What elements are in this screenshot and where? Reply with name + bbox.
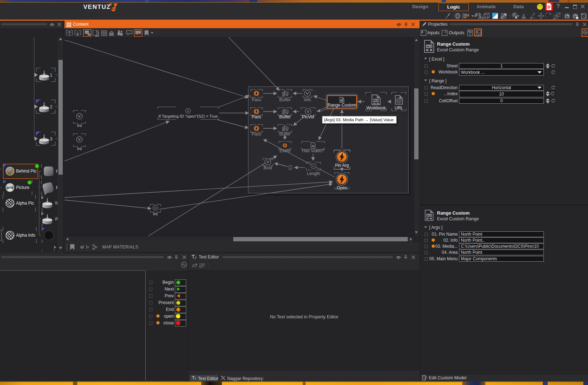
svg-text:Alpha Pic: Alpha Pic (16, 201, 34, 206)
svg-text:Picture: Picture (16, 185, 30, 190)
svg-text:Bool: Bool (264, 165, 272, 170)
svg-text:Open: Open (337, 185, 347, 190)
svg-text:2: 2 (50, 104, 52, 109)
svg-text:Pass: Pass (252, 114, 261, 119)
svg-text:Pass: Pass (252, 97, 261, 102)
svg-text:info: info (304, 97, 311, 102)
svg-text:[Args] 03. Media Path → [Value: [Args] 03. Media Path → [Value] Value (324, 118, 394, 122)
svg-text:Alpha Info: Alpha Info (16, 233, 35, 238)
svg-text:Range Custom: Range Custom (328, 103, 356, 108)
svg-text:A: A (192, 263, 195, 268)
svg-text:XLS: XLS (427, 214, 432, 217)
svg-text:Behind Pic: Behind Pic (16, 169, 36, 174)
svg-text:3: 3 (50, 136, 52, 142)
svg-text:URL: URL (395, 106, 403, 111)
svg-text:Pin Arg: Pin Arg (335, 163, 349, 168)
svg-text:1: 1 (50, 72, 52, 78)
svg-text:!: ! (290, 166, 291, 170)
svg-text:If Targeting ID "open"(S2) = T: If Targeting ID "open"(S2) = True (158, 114, 218, 118)
svg-text:Length: Length (307, 171, 320, 176)
svg-text:XLS: XLS (426, 45, 432, 48)
svg-text:Has Video?: Has Video? (302, 148, 324, 153)
svg-text:OOO: OOO (340, 101, 343, 102)
svg-text:Workbook: Workbook (366, 106, 386, 111)
svg-text:0: 0 (445, 30, 447, 34)
svg-text:Int: Int (77, 123, 82, 128)
svg-text:Buffer: Buffer (279, 114, 291, 119)
svg-text:DIR: DIR (312, 145, 315, 147)
svg-text:Int: Int (77, 147, 82, 151)
svg-text:Buffer: Buffer (279, 97, 291, 102)
svg-text:Pass: Pass (252, 132, 261, 137)
svg-text:@: @ (396, 97, 402, 104)
svg-text:0: 0 (470, 30, 472, 34)
svg-text:Buffer: Buffer (279, 132, 291, 137)
svg-text:Event: Event (280, 148, 291, 153)
svg-text:Int: Int (153, 212, 158, 216)
svg-text:PicVid: PicVid (302, 114, 314, 119)
